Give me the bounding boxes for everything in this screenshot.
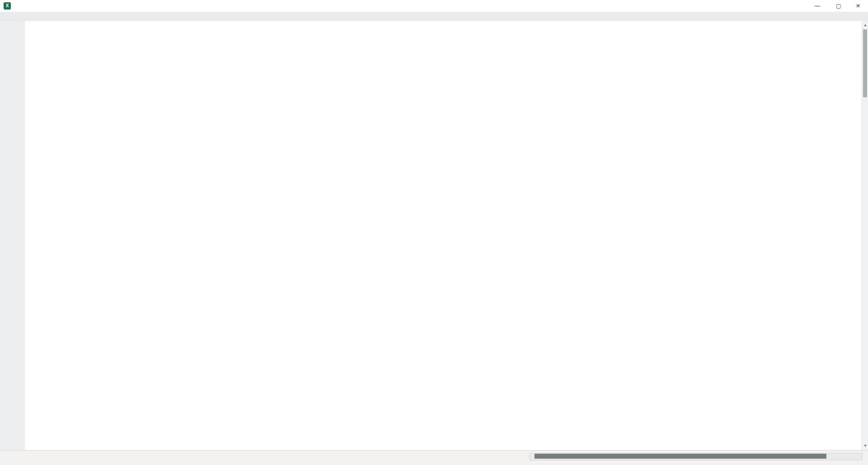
maximize-button[interactable]: ▢ <box>829 0 849 12</box>
scroll-down-arrow-icon[interactable]: ▼ <box>863 444 867 448</box>
minimize-button[interactable]: — <box>807 0 827 12</box>
close-button[interactable]: ✕ <box>848 0 868 12</box>
excel-logo-icon: X <box>4 2 11 9</box>
vertical-scrollbar[interactable]: ▲ ▼ <box>862 21 868 450</box>
column-header-band <box>0 12 868 22</box>
scroll-up-arrow-icon[interactable]: ▲ <box>863 23 867 27</box>
horizontal-scrollbar[interactable] <box>529 453 863 460</box>
horizontal-scroll-thumb[interactable] <box>534 454 826 459</box>
excel-window: X — ▢ ✕ ▲ ▼ <box>0 0 868 465</box>
row-number-gutter <box>0 21 25 450</box>
worksheet-area <box>25 21 862 450</box>
vertical-scroll-thumb[interactable] <box>863 29 867 97</box>
title-bar: X — ▢ ✕ <box>0 0 868 12</box>
